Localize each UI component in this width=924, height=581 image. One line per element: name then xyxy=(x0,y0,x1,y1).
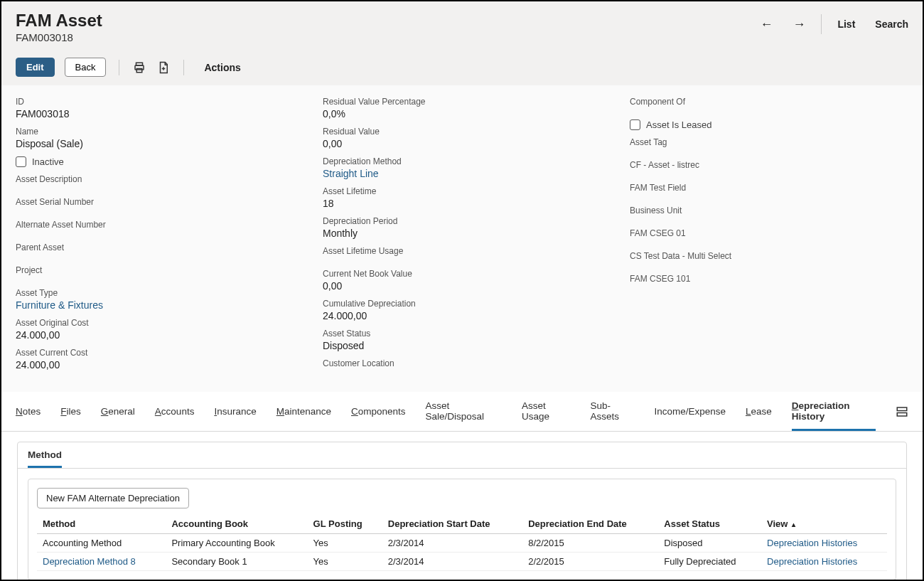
new-document-icon[interactable] xyxy=(156,60,171,75)
col-method[interactable]: Method xyxy=(37,514,166,534)
new-fam-alt-dep-button[interactable]: New FAM Alternate Depreciation xyxy=(37,488,189,508)
tab-notes[interactable]: Notes xyxy=(16,398,41,426)
inactive-label: Inactive xyxy=(32,156,64,167)
sort-caret-icon: ▴ xyxy=(792,521,795,528)
cell-gl: Yes xyxy=(308,553,382,571)
cs-test-label: CS Test Data - Multi Select xyxy=(630,251,908,261)
tab-insurance[interactable]: Insurance xyxy=(214,398,256,426)
cf-asset-label: CF - Asset - listrec xyxy=(630,160,908,170)
table-row: Accounting MethodPrimary Accounting Book… xyxy=(37,534,887,553)
lifetime-value: 18 xyxy=(323,198,601,209)
tab-lease[interactable]: Lease xyxy=(746,398,772,426)
orig-cost-label: Asset Original Cost xyxy=(16,318,294,328)
cell-start: 2/3/2014 xyxy=(382,553,522,571)
nav-forward-arrow-icon[interactable]: → xyxy=(793,17,805,32)
cell-gl: Yes xyxy=(308,534,382,553)
cum-dep-label: Cumulative Depreciation xyxy=(323,299,601,309)
cell-view[interactable]: Depreciation Histories xyxy=(761,534,887,553)
tab-income-expense[interactable]: Income/Expense xyxy=(654,398,726,426)
cell-end: 8/2/2015 xyxy=(522,534,658,553)
print-icon[interactable] xyxy=(132,60,146,75)
cell-book: Primary Accounting Book xyxy=(166,534,307,553)
back-button[interactable]: Back xyxy=(65,58,107,77)
list-link[interactable]: List xyxy=(837,18,855,30)
tabs: NotesFilesGeneralAccountsInsuranceMainte… xyxy=(1,392,923,432)
res-pct-label: Residual Value Percentage xyxy=(323,97,601,107)
fam-test-label: FAM Test Field xyxy=(630,183,908,193)
svg-rect-3 xyxy=(897,407,907,411)
tab-general[interactable]: General xyxy=(101,398,135,426)
col-accounting-book[interactable]: Accounting Book xyxy=(166,514,307,534)
detail-col-2: Residual Value Percentage0,0% Residual V… xyxy=(323,97,601,378)
cell-view[interactable]: Depreciation Histories xyxy=(761,553,887,571)
asset-serial-label: Asset Serial Number xyxy=(16,197,294,207)
detail-col-1: IDFAM003018 NameDisposal (Sale) Inactive… xyxy=(16,97,294,378)
asset-tag-label: Asset Tag xyxy=(630,137,908,147)
detail-col-3: Component Of Asset Is Leased Asset Tag C… xyxy=(630,97,908,378)
nav-back-arrow-icon[interactable]: ← xyxy=(760,17,773,32)
col-depreciation-end-date[interactable]: Depreciation End Date xyxy=(522,514,658,534)
col-gl-posting[interactable]: GL Posting xyxy=(308,514,382,534)
bu-label: Business Unit xyxy=(630,206,908,215)
tab-asset-sale-disposal[interactable]: Asset Sale/Disposal xyxy=(426,392,503,431)
col-asset-status[interactable]: Asset Status xyxy=(658,514,761,534)
asset-type-value[interactable]: Furniture & Fixtures xyxy=(16,299,294,311)
name-label: Name xyxy=(16,127,294,137)
curr-cost-label: Asset Current Cost xyxy=(16,348,294,358)
page-title: FAM Asset xyxy=(16,11,102,30)
tab-maintenance[interactable]: Maintenance xyxy=(276,398,331,426)
status-label: Asset Status xyxy=(323,329,601,339)
id-label: ID xyxy=(16,97,294,107)
res-pct-value: 0,0% xyxy=(323,108,601,119)
asset-leased-checkbox[interactable] xyxy=(630,119,640,130)
divider xyxy=(821,14,822,34)
divider xyxy=(183,60,184,75)
parent-asset-label: Parent Asset xyxy=(16,242,294,252)
cum-dep-value: 24.000,00 xyxy=(323,310,601,321)
dep-method-value[interactable]: Straight Line xyxy=(323,168,601,179)
inactive-checkbox[interactable] xyxy=(16,156,26,167)
res-val-value: 0,00 xyxy=(323,138,601,149)
project-label: Project xyxy=(16,265,294,275)
cell-end: 2/2/2015 xyxy=(522,553,658,571)
tab-components[interactable]: Components xyxy=(351,398,406,426)
lifetime-label: Asset Lifetime xyxy=(323,186,601,196)
curr-cost-value: 24.000,00 xyxy=(16,359,294,371)
lifetime-usage-label: Asset Lifetime Usage xyxy=(323,246,601,256)
component-of-label: Component Of xyxy=(630,97,908,107)
alternate-asset-label: Alternate Asset Number xyxy=(16,220,294,230)
status-value: Disposed xyxy=(323,340,601,351)
tab-depreciation-history[interactable]: Depreciation History xyxy=(792,392,876,431)
cell-method[interactable]: Depreciation Method 8 xyxy=(37,553,166,571)
asset-description-label: Asset Description xyxy=(16,174,294,184)
divider xyxy=(119,60,119,75)
table-row: Depreciation Method 8Secondary Book 1Yes… xyxy=(37,553,887,571)
cell-method: Accounting Method xyxy=(37,534,166,553)
tab-asset-usage[interactable]: Asset Usage xyxy=(522,392,571,431)
nbv-label: Current Net Book Value xyxy=(323,269,601,279)
page-subtitle: FAM003018 xyxy=(16,31,102,43)
toolbar: Edit Back Actions xyxy=(16,58,908,85)
cseg101-label: FAM CSEG 101 xyxy=(630,274,908,284)
edit-button[interactable]: Edit xyxy=(16,58,55,77)
cell-start: 2/3/2014 xyxy=(382,534,522,553)
name-value: Disposal (Sale) xyxy=(16,138,294,149)
orig-cost-value: 24.000,00 xyxy=(16,329,294,341)
cell-status: Disposed xyxy=(658,534,761,553)
search-link[interactable]: Search xyxy=(875,18,908,30)
id-value: FAM003018 xyxy=(16,108,294,119)
nbv-value: 0,00 xyxy=(323,280,601,292)
col-depreciation-start-date[interactable]: Depreciation Start Date xyxy=(382,514,522,534)
cust-loc-label: Customer Location xyxy=(323,358,601,368)
layout-toggle-icon[interactable] xyxy=(896,405,908,418)
col-view[interactable]: View ▴ xyxy=(761,514,887,534)
tab-sub-assets[interactable]: Sub-Assets xyxy=(591,392,635,431)
method-table: MethodAccounting BookGL PostingDepreciat… xyxy=(37,514,887,571)
tab-accounts[interactable]: Accounts xyxy=(155,398,195,426)
asset-type-label: Asset Type xyxy=(16,288,294,298)
subtab-method[interactable]: Method xyxy=(28,442,62,468)
dep-period-label: Depreciation Period xyxy=(323,216,601,226)
asset-leased-label: Asset Is Leased xyxy=(646,119,712,130)
tab-files[interactable]: Files xyxy=(60,398,81,426)
actions-menu[interactable]: Actions xyxy=(204,62,240,73)
